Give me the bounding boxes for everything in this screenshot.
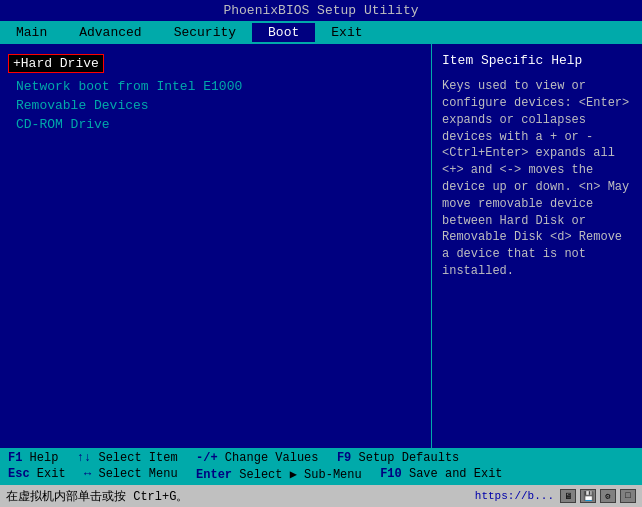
boot-item[interactable]: Network boot from Intel E1000: [8, 77, 423, 96]
left-panel: +Hard Drive Network boot from Intel E100…: [0, 44, 432, 448]
title-bar: PhoenixBIOS Setup Utility: [0, 0, 642, 21]
bottom-key-: ↑↓ Select Item: [77, 451, 192, 465]
menu-item-main[interactable]: Main: [0, 23, 63, 42]
disk-icon: 💾: [580, 489, 596, 503]
app-title: PhoenixBIOS Setup Utility: [223, 3, 418, 18]
menu-bar[interactable]: MainAdvancedSecurityBootExit: [0, 21, 642, 44]
main-content: +Hard Drive Network boot from Intel E100…: [0, 44, 642, 448]
boot-item[interactable]: CD-ROM Drive: [8, 115, 423, 134]
url-hint: https://b...: [475, 490, 554, 502]
menu-item-advanced[interactable]: Advanced: [63, 23, 157, 42]
status-icons: 🖥 💾 ⚙ □: [560, 489, 636, 503]
bottom-key-F9: F9 Setup Defaults: [337, 451, 474, 465]
help-text: Keys used to view or configure devices: …: [442, 78, 632, 280]
right-panel: Item Specific Help Keys used to view or …: [432, 44, 642, 448]
status-text: 在虚拟机内部单击或按 Ctrl+G。: [6, 488, 475, 505]
menu-item-exit[interactable]: Exit: [315, 23, 378, 42]
help-title: Item Specific Help: [442, 52, 632, 70]
bottom-key-Enter: Enter Select ▶ Sub-Menu: [196, 467, 376, 482]
bottom-key-F1: F1 Help: [8, 451, 73, 465]
bottom-key-: -/+ Change Values: [196, 451, 333, 465]
bottom-key-Esc: Esc Exit: [8, 467, 80, 482]
window-icon: □: [620, 489, 636, 503]
bios-app: PhoenixBIOS Setup Utility MainAdvancedSe…: [0, 0, 642, 507]
settings-icon: ⚙: [600, 489, 616, 503]
bottom-key-: ↔ Select Menu: [84, 467, 192, 482]
menu-item-security[interactable]: Security: [158, 23, 252, 42]
boot-items-list: Network boot from Intel E1000Removable D…: [8, 77, 423, 134]
menu-item-boot[interactable]: Boot: [252, 23, 315, 42]
boot-item[interactable]: Removable Devices: [8, 96, 423, 115]
selected-boot-item[interactable]: +Hard Drive: [8, 54, 104, 73]
status-bar: 在虚拟机内部单击或按 Ctrl+G。 https://b... 🖥 💾 ⚙ □: [0, 485, 642, 507]
bottom-key-F10: F10 Save and Exit: [380, 467, 517, 482]
network-icon: 🖥: [560, 489, 576, 503]
bottom-bar: F1 Help ↑↓ Select Item -/+ Change Values…: [0, 448, 642, 485]
